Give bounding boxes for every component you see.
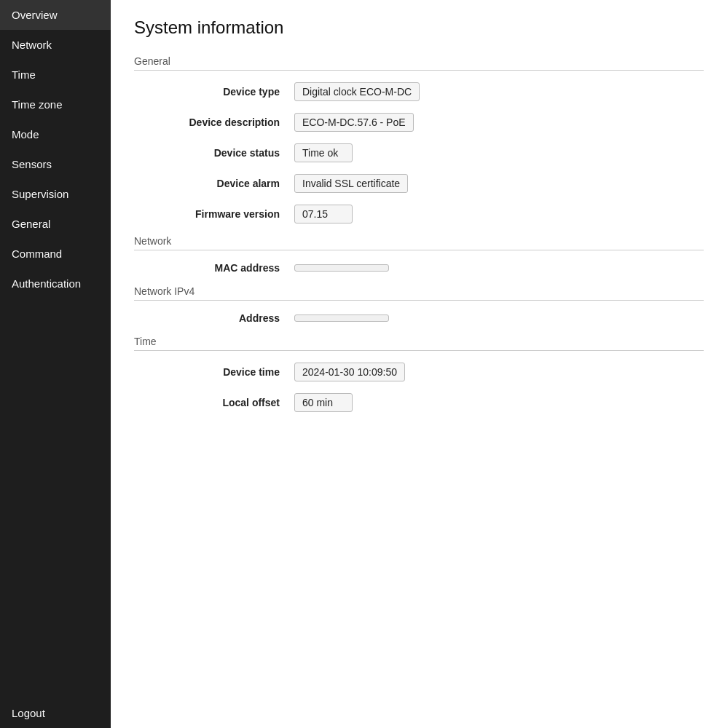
field-value: ECO-M-DC.57.6 - PoE	[294, 113, 414, 132]
sidebar-item-network[interactable]: Network	[0, 30, 111, 60]
field-label: Device alarm	[134, 178, 294, 189]
field-row: Firmware version07.15	[134, 205, 704, 223]
network-section: Network MAC address	[134, 235, 704, 274]
field-label: Firmware version	[134, 208, 294, 220]
sidebar-item-supervision[interactable]: Supervision	[0, 179, 111, 209]
network-ipv4-section-header: Network IPv4	[134, 285, 704, 301]
sidebar-item-time[interactable]: Time	[0, 60, 111, 90]
field-row: Device time2024-01-30 10:09:50	[134, 363, 704, 381]
field-label: Device time	[134, 366, 294, 378]
sidebar-item-general[interactable]: General	[0, 209, 111, 239]
sidebar-item-timezone[interactable]: Time zone	[0, 90, 111, 119]
field-row: MAC address	[134, 262, 704, 274]
field-value: 2024-01-30 10:09:50	[294, 363, 405, 381]
sidebar-item-mode[interactable]: Mode	[0, 119, 111, 149]
field-value: 60 min	[294, 393, 353, 412]
field-row: Device alarmInvalid SSL certificate	[134, 174, 704, 193]
page-title: System information	[134, 17, 704, 38]
general-section-header: General	[134, 55, 704, 71]
field-row: Device statusTime ok	[134, 143, 704, 162]
general-section: General Device typeDigital clock ECO-M-D…	[134, 55, 704, 223]
sidebar: OverviewNetworkTimeTime zoneModeSensorsS…	[0, 0, 111, 728]
field-row: Local offset60 min	[134, 393, 704, 412]
time-section-header: Time	[134, 336, 704, 351]
field-label: Address	[134, 312, 294, 324]
sidebar-item-command[interactable]: Command	[0, 239, 111, 269]
field-label: Device status	[134, 147, 294, 159]
field-value	[294, 314, 389, 322]
field-row: Address	[134, 312, 704, 324]
field-value	[294, 264, 389, 272]
field-value: Time ok	[294, 143, 353, 162]
time-section: Time Device time2024-01-30 10:09:50Local…	[134, 336, 704, 412]
sidebar-item-authentication[interactable]: Authentication	[0, 269, 111, 298]
field-row: Device descriptionECO-M-DC.57.6 - PoE	[134, 113, 704, 132]
field-label: Device description	[134, 116, 294, 128]
field-value: 07.15	[294, 205, 353, 223]
sidebar-logout[interactable]: Logout	[0, 698, 111, 728]
field-label: MAC address	[134, 262, 294, 274]
main-content: System information General Device typeDi…	[111, 0, 727, 728]
sidebar-item-overview[interactable]: Overview	[0, 0, 111, 30]
sidebar-item-sensors[interactable]: Sensors	[0, 149, 111, 179]
field-row: Device typeDigital clock ECO-M-DC	[134, 82, 704, 101]
field-label: Device type	[134, 86, 294, 98]
field-label: Local offset	[134, 397, 294, 408]
network-ipv4-section: Network IPv4 Address	[134, 285, 704, 324]
network-section-header: Network	[134, 235, 704, 250]
field-value: Invalid SSL certificate	[294, 174, 408, 193]
field-value: Digital clock ECO-M-DC	[294, 82, 420, 101]
